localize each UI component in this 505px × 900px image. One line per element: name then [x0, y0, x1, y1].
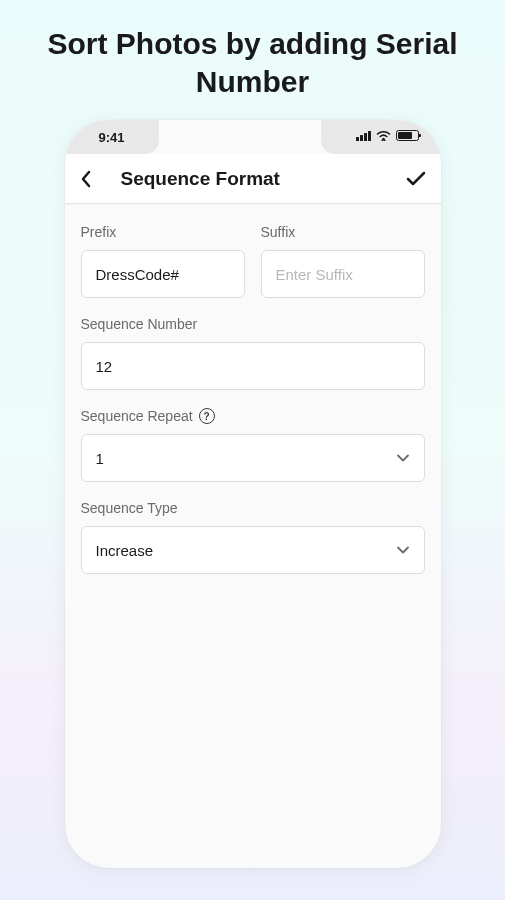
sequence-type-label: Sequence Type [81, 500, 425, 516]
status-bar: 9:41 [65, 120, 441, 154]
back-button[interactable] [79, 161, 115, 197]
form-content: Prefix Suffix Sequence Number Sequence R… [65, 204, 441, 612]
battery-icon [396, 130, 419, 141]
suffix-input[interactable] [276, 266, 410, 283]
sequence-repeat-select[interactable]: 1 [81, 434, 425, 482]
phone-frame: 9:41 [65, 120, 441, 868]
sequence-number-label: Sequence Number [81, 316, 425, 332]
check-icon [405, 170, 427, 188]
app-header: Sequence Format [65, 154, 441, 204]
prefix-label: Prefix [81, 224, 245, 240]
suffix-field: Suffix [261, 224, 425, 298]
svg-point-0 [382, 138, 384, 140]
suffix-label: Suffix [261, 224, 425, 240]
sequence-type-select[interactable]: Increase [81, 526, 425, 574]
sequence-repeat-field: Sequence Repeat ? 1 [81, 408, 425, 482]
chevron-left-icon [79, 169, 93, 189]
prefix-input[interactable] [96, 266, 230, 283]
sequence-type-value: Increase [96, 542, 154, 559]
sequence-repeat-label: Sequence Repeat [81, 408, 193, 424]
prefix-field: Prefix [81, 224, 245, 298]
chevron-down-icon [396, 454, 410, 462]
confirm-button[interactable] [391, 161, 427, 197]
sequence-repeat-value: 1 [96, 450, 104, 467]
header-title: Sequence Format [115, 168, 391, 190]
sequence-type-field: Sequence Type Increase [81, 500, 425, 574]
status-time: 9:41 [99, 130, 125, 145]
help-icon[interactable]: ? [199, 408, 215, 424]
signal-icon [356, 130, 371, 141]
sequence-number-field: Sequence Number [81, 316, 425, 390]
page-title: Sort Photos by adding Serial Number [0, 0, 505, 120]
wifi-icon [376, 130, 391, 141]
sequence-number-input[interactable] [96, 358, 410, 375]
chevron-down-icon [396, 546, 410, 554]
